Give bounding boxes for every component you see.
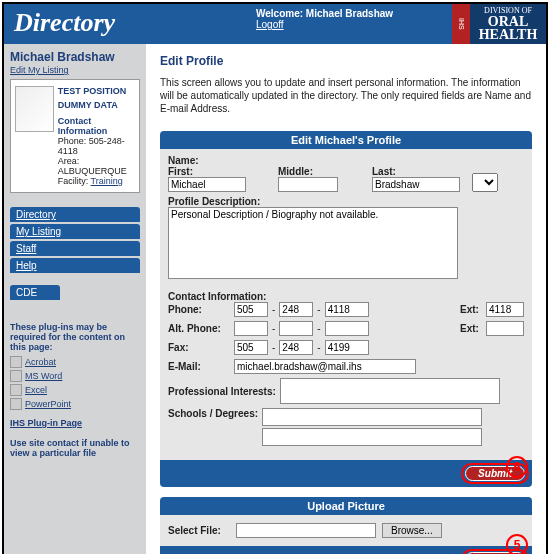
powerpoint-icon (10, 398, 22, 410)
contact-info-label: Contact Information: (168, 291, 524, 302)
plugin-acrobat[interactable]: Acrobat (10, 356, 140, 368)
email-input[interactable] (234, 359, 416, 374)
upload-picture-panel: Upload Picture Select File: Browse... Up… (160, 497, 532, 554)
fax-area[interactable] (234, 340, 268, 355)
callout-5: 5 (506, 534, 528, 554)
plugin-hint: Use site contact if unable to view a par… (10, 438, 140, 458)
upload-panel-title: Upload Picture (160, 497, 532, 515)
page-description: This screen allows you to update and ins… (160, 76, 532, 115)
callout-6: 6 (506, 456, 528, 478)
profile-photo-placeholder (15, 86, 54, 132)
phone-area[interactable] (234, 302, 268, 317)
logoff-link[interactable]: Logoff (256, 19, 284, 30)
browse-button[interactable]: Browse... (382, 523, 442, 538)
nav-directory[interactable]: Directory (10, 207, 140, 222)
nav-help[interactable]: Help (10, 258, 140, 273)
alt-phone-area[interactable] (234, 321, 268, 336)
first-name-input[interactable] (168, 177, 246, 192)
sidebar-nav: Directory My Listing Staff Help (10, 207, 140, 273)
profile-name: Michael Bradshaw (10, 50, 140, 64)
nav-staff[interactable]: Staff (10, 241, 140, 256)
edit-my-listing-link[interactable]: Edit My Listing (10, 65, 69, 75)
suffix-select[interactable] (472, 173, 498, 192)
last-name-input[interactable] (372, 177, 460, 192)
prof-interests-textarea[interactable] (280, 378, 500, 404)
file-path-input[interactable] (236, 523, 376, 538)
fax-line[interactable] (325, 340, 369, 355)
fax-prefix[interactable] (279, 340, 313, 355)
school-2-input[interactable] (262, 428, 482, 446)
excel-icon (10, 384, 22, 396)
alt-phone-ext[interactable] (486, 321, 524, 336)
profile-description-textarea[interactable] (168, 207, 458, 279)
profile-desc-label: Profile Description: (168, 196, 524, 207)
edit-profile-panel: Edit Michael's Profile Name: First: Midd… (160, 131, 532, 487)
phone-prefix[interactable] (279, 302, 313, 317)
nav-cde[interactable]: CDE (10, 285, 60, 300)
plugin-msword[interactable]: MS Word (10, 370, 140, 382)
school-1-input[interactable] (262, 408, 482, 426)
edit-profile-panel-title: Edit Michael's Profile (160, 131, 532, 149)
plugin-powerpoint[interactable]: PowerPoint (10, 398, 140, 410)
alt-phone-line[interactable] (325, 321, 369, 336)
plugins-heading: These plug-ins may be required for the c… (10, 322, 140, 352)
nav-my-listing[interactable]: My Listing (10, 224, 140, 239)
brand-logo: Directory (4, 4, 125, 42)
plugin-page-link[interactable]: IHS Plug-in Page (10, 418, 140, 428)
agency-logo: IHS DIVISION OF ORAL HEALTH (452, 4, 546, 44)
phone-line[interactable] (325, 302, 369, 317)
ihs-badge: IHS (452, 4, 470, 44)
alt-phone-prefix[interactable] (279, 321, 313, 336)
name-label: Name: (168, 155, 524, 166)
phone-ext[interactable] (486, 302, 524, 317)
middle-name-input[interactable] (278, 177, 338, 192)
page-title: Edit Profile (160, 54, 532, 68)
facility-link[interactable]: Training (91, 176, 123, 186)
word-icon (10, 370, 22, 382)
plugin-excel[interactable]: Excel (10, 384, 140, 396)
acrobat-icon (10, 356, 22, 368)
welcome-block: Welcome: Michael Bradshaw Logoff (256, 8, 393, 30)
profile-card: TEST POSITION DUMMY DATA Contact Informa… (10, 79, 140, 193)
